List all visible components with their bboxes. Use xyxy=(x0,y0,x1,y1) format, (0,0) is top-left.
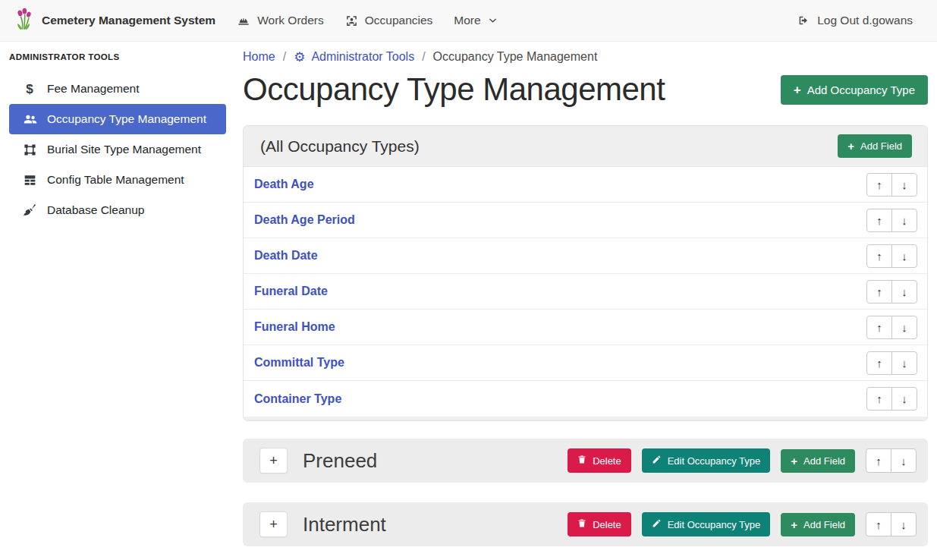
add-field-button[interactable]: + Add Field xyxy=(838,134,912,158)
sign-out-icon xyxy=(797,14,810,27)
logout-button[interactable]: Log Out d.gowans xyxy=(786,6,923,35)
up-arrow-icon: ↑ xyxy=(876,250,882,263)
edit-occupancy-type-button[interactable]: Edit Occupancy Type xyxy=(642,512,771,536)
up-arrow-icon: ↑ xyxy=(876,285,882,298)
move-up-button[interactable]: ↑ xyxy=(866,173,892,197)
delete-button[interactable]: Delete xyxy=(568,512,631,536)
down-arrow-icon: ↓ xyxy=(901,214,907,227)
vector-square-icon xyxy=(22,143,37,156)
section-actions: Delete Edit Occupancy Type + Add Field ↑… xyxy=(568,448,917,473)
move-down-button[interactable]: ↓ xyxy=(891,280,917,304)
move-down-button[interactable]: ↓ xyxy=(891,173,917,197)
page-header: Occupancy Type Management + Add Occupanc… xyxy=(243,71,928,108)
field-link[interactable]: Death Age Period xyxy=(254,213,355,227)
down-arrow-icon: ↓ xyxy=(901,357,907,370)
navbar-menu: Work Orders Occupancies More xyxy=(226,6,508,35)
field-row: Death Age ↑ ↓ xyxy=(244,167,927,203)
nav-item-label: More xyxy=(454,14,480,27)
reorder-controls: ↑ ↓ xyxy=(866,448,917,473)
nav-item-label: Occupancies xyxy=(365,14,433,27)
broom-icon xyxy=(22,204,37,216)
sidebar-item-config-table-management[interactable]: Config Table Management xyxy=(9,165,226,195)
move-down-button[interactable]: ↓ xyxy=(891,316,917,339)
breadcrumb-admin-tools-label: Administrator Tools xyxy=(311,50,414,64)
down-arrow-icon: ↓ xyxy=(901,178,907,191)
breadcrumb-admin-tools-link[interactable]: ⚙ Administrator Tools xyxy=(294,50,414,64)
move-up-button[interactable]: ↑ xyxy=(866,387,892,411)
add-occupancy-type-button[interactable]: + Add Occupancy Type xyxy=(781,75,928,105)
gear-icon: ⚙ xyxy=(294,51,305,64)
section-actions: Delete Edit Occupancy Type + Add Field ↑… xyxy=(568,512,917,536)
add-field-button[interactable]: + Add Field xyxy=(781,449,855,473)
field-row: Container Type ↑ ↓ xyxy=(244,381,927,417)
sidebar-heading: ADMINISTRATOR TOOLS xyxy=(0,46,235,74)
sidebar-item-label: Burial Site Type Management xyxy=(47,143,201,156)
main-content: Home / ⚙ Administrator Tools / Occupancy… xyxy=(235,42,937,560)
nav-item-label: Work Orders xyxy=(257,14,324,27)
plus-icon: + xyxy=(791,455,797,467)
hard-hat-icon xyxy=(237,14,250,27)
occupancy-frame-icon xyxy=(345,14,358,27)
field-link[interactable]: Committal Type xyxy=(254,356,344,370)
sidebar-item-label: Fee Management xyxy=(47,82,140,96)
pencil-icon xyxy=(652,518,662,530)
sidebar-item-fee-management[interactable]: $ Fee Management xyxy=(9,74,226,104)
move-down-button[interactable]: ↓ xyxy=(891,244,917,268)
move-up-button[interactable]: ↑ xyxy=(866,209,892,232)
expand-section-button[interactable]: + xyxy=(259,511,288,537)
add-occupancy-type-label: Add Occupancy Type xyxy=(807,83,915,96)
field-row: Funeral Date ↑ ↓ xyxy=(244,274,927,310)
section-title: Preneed xyxy=(303,449,377,473)
nav-item-occupancies[interactable]: Occupancies xyxy=(335,6,444,35)
card-header: (All Occupancy Types) + Add Field xyxy=(244,126,927,166)
field-link[interactable]: Death Age xyxy=(254,178,314,191)
add-field-button[interactable]: + Add Field xyxy=(781,513,855,536)
sidebar-item-occupancy-type-management[interactable]: Occupancy Type Management xyxy=(9,104,226,134)
move-down-button[interactable]: ↓ xyxy=(891,512,917,536)
move-up-button[interactable]: ↑ xyxy=(866,448,891,473)
breadcrumb-separator: / xyxy=(283,50,286,64)
breadcrumb: Home / ⚙ Administrator Tools / Occupancy… xyxy=(243,50,928,64)
reorder-controls: ↑ ↓ xyxy=(866,244,917,268)
sidebar-item-database-cleanup[interactable]: Database Cleanup xyxy=(9,195,226,225)
nav-item-more[interactable]: More xyxy=(443,6,508,35)
reorder-controls: ↑ ↓ xyxy=(866,351,917,375)
down-arrow-icon: ↓ xyxy=(901,392,907,405)
move-down-button[interactable]: ↓ xyxy=(891,209,917,232)
users-icon xyxy=(22,114,37,125)
down-arrow-icon: ↓ xyxy=(901,518,907,531)
nav-item-work-orders[interactable]: Work Orders xyxy=(226,6,335,35)
move-up-button[interactable]: ↑ xyxy=(866,244,892,268)
edit-occupancy-type-button[interactable]: Edit Occupancy Type xyxy=(642,448,771,473)
delete-button[interactable]: Delete xyxy=(568,448,631,473)
sidebar-item-burial-site-type-management[interactable]: Burial Site Type Management xyxy=(9,134,226,165)
chevron-down-icon xyxy=(488,16,498,26)
section-preneed: + Preneed Delete Edit Occupancy Type + xyxy=(243,439,928,483)
field-link[interactable]: Container Type xyxy=(254,392,341,406)
navbar-right: Log Out d.gowans xyxy=(786,6,923,35)
reorder-controls: ↑ ↓ xyxy=(866,209,917,232)
move-up-button[interactable]: ↑ xyxy=(866,280,892,304)
expand-section-button[interactable]: + xyxy=(259,448,288,473)
app-title: Cemetery Management System xyxy=(42,14,215,27)
move-up-button[interactable]: ↑ xyxy=(866,512,891,536)
move-up-button[interactable]: ↑ xyxy=(866,316,892,339)
app-brand[interactable]: Cemetery Management System xyxy=(14,7,215,34)
field-link[interactable]: Funeral Date xyxy=(254,285,328,298)
top-navbar: Cemetery Management System Work Orders O… xyxy=(0,0,937,42)
move-down-button[interactable]: ↓ xyxy=(891,448,917,473)
card-title: (All Occupancy Types) xyxy=(260,137,420,156)
field-row: Death Date ↑ ↓ xyxy=(244,238,927,274)
field-link[interactable]: Death Date xyxy=(254,249,318,263)
move-up-button[interactable]: ↑ xyxy=(866,351,892,375)
up-arrow-icon: ↑ xyxy=(876,392,882,405)
edit-label: Edit Occupancy Type xyxy=(668,455,761,467)
field-link[interactable]: Funeral Home xyxy=(254,320,335,334)
move-down-button[interactable]: ↓ xyxy=(891,351,917,375)
plus-icon: + xyxy=(269,517,278,533)
card-footer-strip xyxy=(244,417,927,420)
breadcrumb-home-link[interactable]: Home xyxy=(243,50,275,64)
sidebar: ADMINISTRATOR TOOLS $ Fee Management Occ… xyxy=(0,42,235,560)
up-arrow-icon: ↑ xyxy=(876,214,882,227)
move-down-button[interactable]: ↓ xyxy=(891,387,917,411)
